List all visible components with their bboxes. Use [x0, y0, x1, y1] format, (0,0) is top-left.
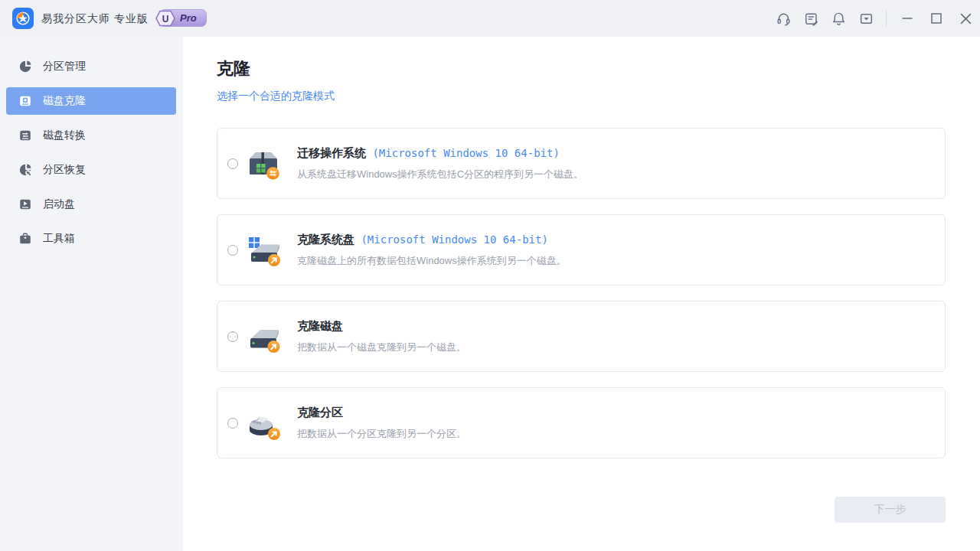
app-logo-icon [12, 8, 34, 29]
clone-mode-list: 迁移操作系统 (Microsoft Windows 10 64-bit) 从系统… [217, 128, 946, 458]
next-button[interactable]: 下一步 [835, 497, 946, 523]
option-title: 克隆分区 [297, 406, 466, 420]
option-description: 克隆磁盘上的所有数据包括Windows操作系统到另一个磁盘。 [297, 254, 567, 268]
page-subtitle: 选择一个合适的克隆模式 [217, 90, 946, 103]
main-content: 克隆 选择一个合适的克隆模式 [183, 37, 980, 551]
sidebar-item-label: 工具箱 [43, 232, 75, 246]
app-title: 易我分区大师 专业版 [41, 0, 149, 37]
sidebar-item-disk-convert[interactable]: 磁盘转换 [6, 122, 176, 149]
option-title: 迁移操作系统 (Microsoft Windows 10 64-bit) [297, 146, 583, 161]
bootable-disk-icon [18, 197, 32, 211]
bell-icon [831, 11, 847, 27]
svg-text:U: U [162, 14, 169, 24]
option-clone-disk[interactable]: 克隆磁盘 把数据从一个磁盘克隆到另一个磁盘。 [217, 301, 946, 372]
page-title: 克隆 [217, 58, 946, 80]
menu-dropdown-button[interactable] [852, 0, 880, 37]
sidebar-item-bootable-disk[interactable]: 启动盘 [6, 191, 176, 218]
feedback-icon [803, 11, 819, 27]
pro-u-emblem-icon: U [154, 9, 177, 28]
sidebar-item-label: 磁盘克隆 [43, 94, 86, 108]
option-migrate-os[interactable]: 迁移操作系统 (Microsoft Windows 10 64-bit) 从系统… [217, 128, 946, 199]
radio-clone-partition[interactable] [227, 418, 238, 429]
option-description: 把数据从一个分区克隆到另一个分区。 [297, 427, 466, 441]
partition-recovery-icon [18, 163, 32, 177]
disk-convert-icon [18, 129, 32, 142]
option-clone-partition[interactable]: 克隆分区 把数据从一个分区克隆到另一个分区。 [217, 387, 946, 458]
footer: 下一步 [217, 497, 946, 523]
option-title: 克隆系统盘 (Microsoft Windows 10 64-bit) [297, 233, 567, 247]
sidebar-item-partition-recovery[interactable]: 分区恢复 [6, 156, 176, 184]
sidebar-item-label: 分区恢复 [43, 163, 86, 177]
minimize-button[interactable] [893, 0, 922, 37]
pie-chart-icon [18, 60, 32, 73]
option-os-info: (Microsoft Windows 10 64-bit) [354, 233, 548, 246]
option-os-info: (Microsoft Windows 10 64-bit) [366, 147, 560, 159]
disk-clone-icon [18, 94, 32, 108]
titlebar-divider [886, 11, 887, 26]
option-title: 克隆磁盘 [297, 319, 466, 334]
clone-partition-icon [245, 405, 282, 442]
migrate-os-icon [245, 145, 282, 182]
option-description: 从系统盘迁移Windows操作系统包括C分区的程序到另一个磁盘。 [297, 168, 583, 181]
sidebar-item-label: 磁盘转换 [43, 129, 86, 142]
sidebar-item-partition-management[interactable]: 分区管理 [6, 53, 176, 80]
support-headset-button[interactable] [769, 0, 797, 37]
sidebar-item-toolbox[interactable]: 工具箱 [6, 225, 176, 253]
close-button[interactable] [951, 0, 980, 37]
sidebar: 分区管理 磁盘克隆 磁盘转换 分区恢复 [0, 37, 183, 551]
headset-icon [776, 11, 792, 27]
titlebar: 易我分区大师 专业版 U Pro [0, 0, 980, 37]
pro-badge[interactable]: U Pro [159, 9, 207, 27]
option-description: 把数据从一个磁盘克隆到另一个磁盘。 [297, 341, 466, 354]
option-clone-system-disk[interactable]: 克隆系统盘 (Microsoft Windows 10 64-bit) 克隆磁盘… [217, 214, 946, 285]
feedback-button[interactable] [797, 0, 825, 37]
radio-clone-system-disk[interactable] [227, 245, 238, 256]
notifications-button[interactable] [825, 0, 852, 37]
radio-clone-disk[interactable] [227, 331, 238, 342]
clone-system-disk-icon [245, 232, 282, 269]
sidebar-item-label: 启动盘 [43, 197, 75, 211]
maximize-icon [930, 12, 942, 24]
sidebar-item-label: 分区管理 [43, 60, 86, 73]
clone-disk-icon [245, 318, 282, 355]
menu-dropdown-icon [858, 11, 874, 27]
pro-badge-label: Pro [180, 12, 197, 24]
maximize-button[interactable] [922, 0, 951, 37]
radio-migrate-os[interactable] [227, 158, 238, 169]
close-icon [959, 12, 972, 25]
toolbox-icon [18, 232, 32, 246]
minimize-icon [901, 12, 913, 24]
sidebar-item-disk-clone[interactable]: 磁盘克隆 [6, 87, 176, 115]
